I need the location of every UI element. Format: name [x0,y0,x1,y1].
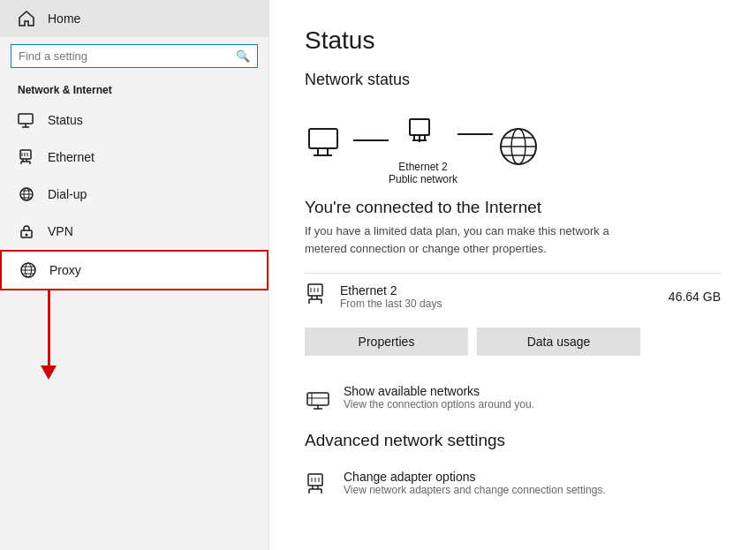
home-icon [18,10,35,27]
svg-rect-28 [410,119,429,135]
connected-subtitle: If you have a limited data plan, you can… [305,222,640,257]
sidebar-item-vpn-label: VPN [48,224,73,238]
change-adapter-sub: View network adapters and change connect… [344,484,606,496]
svg-rect-47 [307,393,329,405]
sidebar-item-status[interactable]: Status [0,102,268,139]
svg-rect-0 [19,114,33,124]
change-adapter-icon [305,471,331,501]
status-icon [18,111,35,129]
sidebar-item-vpn[interactable]: VPN [0,213,268,250]
data-usage-button[interactable]: Data usage [477,328,640,356]
show-networks-icon [305,386,331,415]
ethernet-icon [18,148,35,166]
sidebar-item-ethernet-label: Ethernet [48,150,94,164]
sidebar: Home 🔍 Network & Internet Status [0,0,269,550]
proxy-icon [19,261,37,279]
show-networks-row[interactable]: Show available networks View the connect… [305,377,721,422]
sidebar-item-home[interactable]: Home [0,0,268,37]
network-status-heading: Network status [305,71,721,89]
ethernet-data-row: Ethernet 2 From the last 30 days 46.64 G… [305,273,721,319]
sidebar-item-proxy-label: Proxy [49,263,81,277]
ethernet-name: Ethernet 2 [340,283,669,298]
action-buttons: Properties Data usage [305,328,721,356]
annotation-arrow [41,290,57,380]
diagram-label: Ethernet 2 Public network [389,161,457,185]
show-networks-title: Show available networks [344,384,534,398]
sidebar-item-ethernet[interactable]: Ethernet [0,139,268,176]
ethernet-info: Ethernet 2 From the last 30 days [340,283,669,310]
section-title: Network & Internet [0,75,268,102]
svg-rect-38 [308,284,322,296]
advanced-title: Advanced network settings [305,431,721,450]
show-networks-sub: View the connection options around you. [344,398,534,411]
search-input[interactable] [19,49,236,63]
computer-icon [305,122,353,170]
home-label: Home [48,11,80,26]
svg-point-18 [26,234,28,237]
network-diagram: Ethernet 2 Public network [305,107,721,185]
vpn-icon [18,222,35,240]
dialup-icon [18,185,35,203]
connected-title: You're connected to the Internet [305,198,721,217]
page-title: Status [305,26,721,55]
properties-button[interactable]: Properties [305,328,468,356]
search-box[interactable]: 🔍 [11,44,258,68]
sidebar-item-dialup[interactable]: Dial-up [0,176,268,213]
svg-rect-24 [309,129,337,148]
sidebar-item-status-label: Status [48,113,83,127]
show-networks-info: Show available networks View the connect… [344,384,534,411]
main-content: Status Network status E [269,0,756,550]
router-icon: Ethernet 2 Public network [389,107,457,185]
sidebar-item-proxy[interactable]: Proxy [0,250,268,290]
data-amount: 46.64 GB [669,290,721,304]
change-adapter-title: Change adapter options [344,470,606,484]
globe-icon [493,121,544,172]
change-adapter-info: Change adapter options View network adap… [344,470,606,496]
diagram-line-right [457,133,493,135]
sidebar-item-dialup-label: Dial-up [48,187,87,201]
ethernet-data-icon [305,283,329,310]
ethernet-sub: From the last 30 days [340,298,669,310]
search-icon: 🔍 [236,49,250,63]
change-adapter-row[interactable]: Change adapter options View network adap… [305,463,721,508]
diagram-line-left [353,139,389,141]
